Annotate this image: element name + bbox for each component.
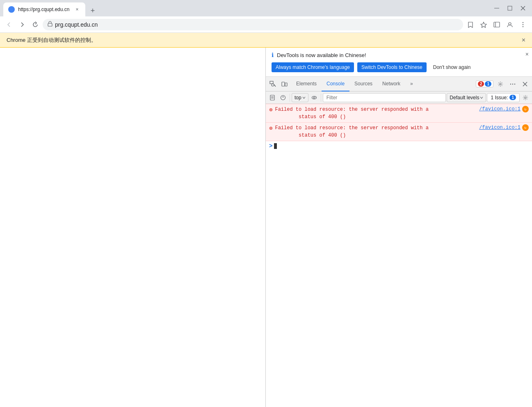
- svg-point-10: [523, 24, 523, 25]
- console-prompt: >: [269, 143, 272, 149]
- banner-content: ℹ DevTools is now available in Chinese!: [272, 52, 526, 58]
- svg-rect-23: [270, 95, 274, 100]
- devtools-tab-right: 2 1: [476, 79, 530, 89]
- tab-elements[interactable]: Elements: [291, 77, 322, 91]
- svg-marker-5: [481, 22, 486, 27]
- console-messages: ⊗ Failed to load resource: the server re…: [266, 104, 532, 407]
- issue-label: 1 Issue:: [491, 95, 508, 101]
- new-tab-button[interactable]: +: [87, 5, 98, 16]
- svg-point-19: [512, 83, 513, 84]
- nav-actions: [465, 19, 529, 30]
- toolbar-divider: [290, 94, 290, 102]
- svg-rect-4: [48, 23, 52, 26]
- devtools-settings-button[interactable]: [495, 79, 506, 89]
- svg-rect-1: [508, 6, 512, 10]
- console-clear-button[interactable]: [267, 93, 277, 103]
- chrome-window: https://prg.cqupt.edu.cn × +: [0, 0, 532, 407]
- info-icon: ℹ: [272, 52, 274, 58]
- error-text-line2: status of 400 (): [275, 114, 346, 120]
- level-label: Default levels: [450, 95, 479, 101]
- svg-line-13: [274, 85, 276, 87]
- sidebar-button[interactable]: [491, 19, 502, 30]
- context-label: top: [295, 95, 301, 101]
- always-match-button[interactable]: Always match Chrome's language: [272, 62, 354, 72]
- level-selector[interactable]: Default levels: [447, 93, 486, 102]
- tab-network[interactable]: Network: [377, 77, 405, 91]
- banner-actions: Always match Chrome's language Switch De…: [272, 62, 526, 72]
- tab-title: https://prg.cqupt.edu.cn: [18, 7, 71, 12]
- error-text: Failed to load resource: the server resp…: [275, 107, 428, 112]
- back-button[interactable]: [3, 19, 15, 30]
- svg-point-29: [313, 97, 315, 98]
- issue-badge[interactable]: 1 Issue: 1: [487, 93, 520, 102]
- console-input-row: >: [266, 141, 532, 151]
- error-file-link[interactable]: /favicon.ico:1: [479, 106, 521, 112]
- devtools-tab-bar: Elements Console Sources Network »: [266, 77, 532, 91]
- svg-rect-0: [494, 8, 499, 9]
- tab-close-button[interactable]: ×: [74, 6, 80, 13]
- tab-console[interactable]: Console: [322, 77, 349, 91]
- console-toolbar: top Default levels 1 Issue: 1: [266, 91, 532, 104]
- page-area: [0, 48, 265, 407]
- switch-chinese-button[interactable]: Switch DevTools to Chinese: [357, 62, 427, 72]
- automation-bar: Chrome 正受到自动测试软件的控制。 ×: [0, 33, 532, 48]
- console-error-row: ⊗ Failed to load resource: the server re…: [266, 104, 532, 123]
- browser-tab[interactable]: https://prg.cqupt.edu.cn ×: [3, 2, 85, 16]
- banner-text: DevTools is now available in Chinese!: [277, 52, 366, 58]
- forward-button[interactable]: [16, 19, 28, 30]
- devtools-panel: ℹ DevTools is now available in Chinese! …: [265, 48, 532, 407]
- filter-input[interactable]: [323, 93, 446, 102]
- error-extension-icon: ↻: [522, 106, 529, 112]
- console-cursor: [274, 143, 277, 149]
- maximize-button[interactable]: [504, 2, 516, 14]
- automation-text: Chrome 正受到自动测试软件的控制。: [7, 37, 96, 44]
- close-window-button[interactable]: [517, 2, 529, 14]
- tab-bar: https://prg.cqupt.edu.cn × +: [3, 0, 488, 16]
- banner-close-button[interactable]: ×: [525, 51, 529, 57]
- svg-point-9: [523, 22, 523, 23]
- devtools-close-button[interactable]: [520, 79, 530, 89]
- bookmark-button[interactable]: [465, 19, 476, 30]
- svg-rect-16: [285, 83, 287, 86]
- lock-icon: [48, 21, 53, 28]
- error-count-badge: 2: [478, 81, 484, 87]
- console-error-row: ⊗ Failed to load resource: the server re…: [266, 123, 532, 141]
- tab-more[interactable]: »: [405, 77, 418, 91]
- devtools-banner: ℹ DevTools is now available in Chinese! …: [266, 48, 532, 77]
- devtools-more-button[interactable]: [507, 79, 518, 89]
- context-selector[interactable]: top: [292, 93, 308, 102]
- automation-close-button[interactable]: ×: [522, 37, 525, 44]
- svg-point-14: [272, 84, 274, 86]
- address-bar[interactable]: prg.cqupt.edu.cn: [43, 19, 463, 30]
- message-count-badge: 1: [485, 81, 491, 87]
- console-pause-button[interactable]: [278, 93, 288, 103]
- svg-point-18: [510, 83, 511, 84]
- star-button[interactable]: [478, 19, 489, 30]
- error-file-link[interactable]: /favicon.ico:1: [479, 125, 521, 130]
- profile-button[interactable]: [504, 19, 516, 30]
- error-message: Failed to load resource: the server resp…: [275, 124, 470, 139]
- console-eye-button[interactable]: [309, 93, 319, 103]
- window-controls: [491, 2, 529, 14]
- svg-point-20: [514, 83, 515, 84]
- tab-sources[interactable]: Sources: [349, 77, 377, 91]
- minimize-button[interactable]: [491, 2, 502, 14]
- main-content: ℹ DevTools is now available in Chinese! …: [0, 48, 532, 407]
- title-bar: https://prg.cqupt.edu.cn × +: [0, 0, 532, 16]
- error-text: Failed to load resource: the server resp…: [275, 125, 428, 131]
- dont-show-again-button[interactable]: Don't show again: [430, 62, 474, 72]
- device-toggle-button[interactable]: [279, 79, 290, 89]
- tab-favicon: [8, 6, 15, 13]
- error-extension-icon: ↻: [522, 124, 529, 131]
- svg-point-11: [523, 26, 523, 27]
- devtools-tab-list: Elements Console Sources Network »: [291, 77, 476, 91]
- navigation-bar: prg.cqupt.edu.cn: [0, 16, 532, 33]
- console-settings-button[interactable]: [521, 93, 530, 103]
- menu-button[interactable]: [517, 19, 529, 30]
- svg-point-30: [525, 97, 526, 98]
- reload-button[interactable]: [30, 19, 41, 30]
- inspect-element-button[interactable]: [267, 79, 278, 89]
- issue-count: 1: [509, 95, 516, 100]
- svg-point-17: [500, 83, 501, 85]
- svg-rect-15: [282, 82, 285, 86]
